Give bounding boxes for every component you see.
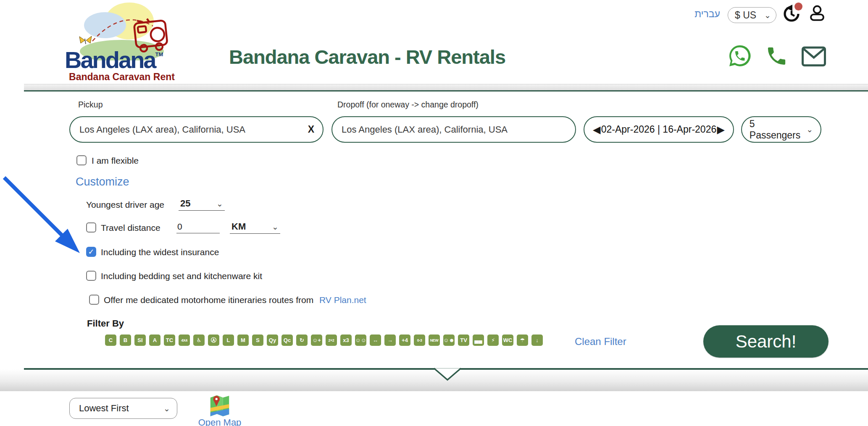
driver-age-value: 25 [180,198,190,209]
plus4-van-filter-icon[interactable]: +4 [399,335,410,346]
insurance-label: Including the widest insurance [101,247,219,257]
chevron-down-icon: ⌄ [163,405,170,413]
wc-filter-icon[interactable]: WC [502,335,513,346]
qy-badge-filter-icon[interactable]: Qy [267,335,278,346]
itineraries-checkbox[interactable] [89,295,99,305]
class-a-filter-icon[interactable]: A [149,335,160,346]
chevron-down-icon: ⌄ [216,200,223,208]
passengers-value: 5 Passengers [750,118,800,141]
shower-filter-icon[interactable]: ☂ [517,335,528,346]
small-rv-filter-icon[interactable]: S [252,335,263,346]
phone-icon [765,44,788,68]
brand-logo[interactable]: BandanaTM Bandana Caravan Rent [59,2,185,83]
language-link-hebrew[interactable]: עברית [694,8,720,20]
recent-history-button[interactable] [781,3,802,24]
header-divider-band [24,84,868,91]
class-b-filter-icon[interactable]: B [120,335,131,346]
insurance-checkbox[interactable] [86,247,96,257]
account-button[interactable] [808,3,827,24]
distance-unit-value: KM [231,221,246,232]
driver-age-label: Youngest driver age [86,200,164,210]
new-van-filter-icon[interactable]: NEW [429,335,440,346]
filter-by-label: Filter By [87,318,124,329]
flexible-label: I am flexible [92,156,139,166]
class-c-filter-icon[interactable]: C [105,335,116,346]
email-button[interactable] [800,45,827,67]
flexible-checkbox[interactable] [76,155,87,165]
user-icon [808,3,827,24]
envelope-icon [800,45,827,68]
power-filter-icon[interactable]: ⚡ [487,335,499,346]
customize-link[interactable]: Customize [76,175,129,188]
medium-rv-filter-icon[interactable]: M [237,335,249,346]
qc-badge-filter-icon[interactable]: Qc [281,335,293,346]
driver-age-select[interactable]: 25 ⌄ [179,198,225,211]
roundtrip-filter-icon[interactable]: ↻ [296,335,308,346]
logo-caption: Bandana Caravan Rent [59,71,185,83]
passengers-plus-filter-icon[interactable]: ☺☺ [355,335,366,346]
sleeps-x3-filter-icon[interactable]: x3 [340,335,352,346]
class-si-filter-icon[interactable]: SI [134,335,146,346]
page: BandanaTM Bandana Caravan Rent Bandana C… [0,0,868,426]
class-tc-filter-icon[interactable]: TC [164,335,175,346]
clear-pickup-button[interactable]: X [304,124,314,135]
currency-value: $ US [735,10,756,21]
search-button-label: Search! [736,332,797,352]
bedding-label: Including bedding set and kitchenware ki… [101,271,262,281]
travel-distance-checkbox[interactable] [86,222,96,233]
itineraries-label-text: Offer me dedicated motorhome itineraries… [104,295,313,305]
search-button[interactable]: Search! [703,325,829,358]
family-filter-icon[interactable]: ☺☻ [443,335,455,346]
ages-0-3-van-filter-icon[interactable]: 0-3 [414,335,425,346]
phone-button[interactable] [765,44,788,68]
itineraries-label: Offer me dedicated motorhome itineraries… [104,295,366,305]
oneway-van-filter-icon[interactable]: → [384,335,396,346]
dropoff-field[interactable] [331,116,576,143]
4x4-filter-icon[interactable]: 4X4 [179,335,190,346]
dropoff-label: Dropoff (for oneway -> change dropoff) [337,100,479,110]
travel-distance-label: Travel distance [101,223,160,233]
pickup-label: Pickup [78,100,103,110]
map-icon [208,392,231,417]
notification-dot [794,3,802,10]
automatic-filter-icon[interactable]: Ⓐ [208,335,219,346]
width-filter-icon[interactable]: ↔ [370,335,381,346]
date-range-field[interactable]: ◀ 02-Apr-2026 | 16-Apr-2026 ▶ [584,116,734,143]
clean-filter-link[interactable]: Clean Filter [575,336,626,348]
sort-value: Lowest First [79,403,129,414]
dropoff-input[interactable] [341,124,567,136]
open-map-button[interactable] [208,392,231,416]
trademark-symbol: TM [155,51,163,57]
date-range-value: 02-Apr-2026 | 16-Apr-2026 [601,124,716,135]
large-rv-filter-icon[interactable]: L [223,335,234,346]
distance-unit-select[interactable]: KM ⌄ [230,221,280,234]
filter-icons: CBSIATC4X4♿ⒶLMSQyQc↻☺+2+2x3☺☺↔→+40-3NEW☺… [105,335,543,346]
tv-filter-icon[interactable]: TV [458,335,469,346]
next-dates-arrow-icon[interactable]: ▶ [717,125,725,135]
bed-filter-icon[interactable]: ▄▄ [473,335,484,346]
bedding-checkbox[interactable] [86,271,96,281]
pickup-input[interactable] [79,124,304,136]
open-map-label[interactable]: Open Map [197,417,243,426]
chevron-down-icon: ⌄ [806,125,813,133]
currency-select[interactable]: $ US ⌄ [728,7,776,23]
whatsapp-icon [727,43,752,69]
page-title: Bandana Caravan - RV Rentals [181,45,553,68]
rv-plan-link[interactable]: RV Plan.net [319,295,366,305]
travel-distance-input[interactable] [176,222,220,233]
divider-notch-icon [422,368,473,382]
pickup-field[interactable]: X [69,116,324,143]
sort-select[interactable]: Lowest First ⌄ [69,398,177,419]
logo-wordmark: BandanaTM [65,48,163,72]
chevron-down-icon: ⌄ [764,11,771,19]
previous-dates-arrow-icon[interactable]: ◀ [593,125,600,135]
whatsapp-button[interactable] [727,43,752,69]
van-arrival-filter-icon[interactable]: ↓ [531,335,543,346]
passengers-select[interactable]: 5 Passengers ⌄ [741,116,821,143]
wheelchair-filter-icon[interactable]: ♿ [193,335,205,346]
chevron-down-icon: ⌄ [272,223,279,231]
extra-adult-filter-icon[interactable]: ☺+ [311,335,322,346]
seats-2plus2-filter-icon[interactable]: 2+2 [326,335,337,346]
